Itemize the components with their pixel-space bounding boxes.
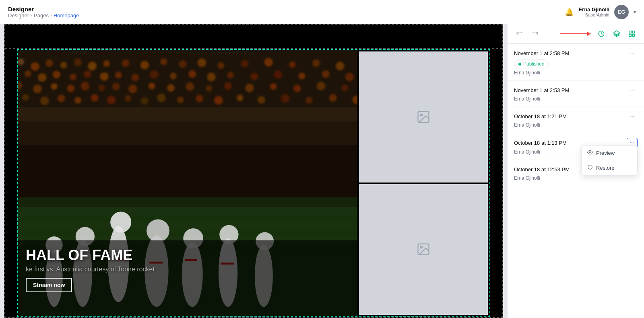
canvas-inner[interactable]: HALL OF FAME ke first vs. Austrialia cou… (17, 49, 490, 317)
thumbnail-1 (359, 51, 488, 183)
svg-point-98 (147, 219, 169, 242)
version-header-1: November 1 at 2:58 PM ··· (514, 49, 638, 57)
svg-point-96 (110, 212, 131, 233)
context-restore-item[interactable]: Restore (582, 160, 637, 175)
version-menu-btn-2[interactable]: ··· (627, 86, 638, 94)
chevron-down-icon[interactable]: ▾ (634, 9, 636, 15)
version-author-3: Erna Gjinolli (514, 122, 638, 128)
header-left: Designer Designer › Pages › Homepage (8, 6, 79, 18)
sidebar-toolbar (508, 24, 644, 44)
layers-icon[interactable] (611, 28, 622, 39)
svg-rect-118 (633, 31, 635, 33)
preview-label: Preview (596, 150, 615, 156)
published-badge: Published (514, 59, 549, 68)
breadcrumb: Designer › Pages › Homepage (8, 12, 79, 18)
version-date-2: November 1 at 2:53 PM (514, 87, 569, 93)
arrow-indicator (545, 33, 592, 34)
published-label: Published (523, 61, 545, 67)
breadcrumb-item-pages[interactable]: Pages (34, 12, 49, 18)
svg-rect-119 (629, 35, 631, 37)
canvas-area: HALL OF FAME ke first vs. Austrialia cou… (0, 24, 507, 318)
svg-rect-117 (629, 31, 631, 33)
app-name: Designer (8, 6, 79, 12)
restore-icon (587, 164, 593, 171)
svg-point-112 (420, 114, 422, 116)
version-entry-1: November 1 at 2:58 PM ··· Published Erna… (508, 44, 644, 81)
version-header-3: October 18 at 1:21 PM ··· (514, 112, 638, 121)
breadcrumb-item-homepage[interactable]: Homepage (54, 12, 79, 18)
user-name: Erna Gjinolli (578, 6, 609, 12)
version-entry-4: October 18 at 1:13 PM ··· Erna Gjinolli … (508, 133, 644, 160)
canvas-outer: HALL OF FAME ke first vs. Austrialia cou… (4, 24, 503, 318)
sidebar: November 1 at 2:58 PM ··· Published Erna… (507, 24, 644, 318)
canvas-top-bar (5, 25, 502, 49)
notification-icon[interactable]: 🔔 (565, 8, 574, 16)
main-layout: HALL OF FAME ke first vs. Austrialia cou… (0, 24, 644, 318)
hero-image-block: HALL OF FAME ke first vs. Austrialia cou… (18, 50, 357, 316)
thumbnails-column (357, 50, 489, 316)
image-placeholder-icon-1 (416, 110, 431, 124)
breadcrumb-sep-1: › (31, 12, 32, 18)
svg-rect-110 (18, 121, 357, 207)
version-list: November 1 at 2:58 PM ··· Published Erna… (508, 44, 644, 318)
user-role: SuperAdmin (585, 12, 609, 17)
undo-button[interactable] (514, 28, 525, 39)
hero-text-overlay: HALL OF FAME ke first vs. Austrialia cou… (26, 247, 349, 292)
image-placeholder-icon-2 (416, 242, 431, 256)
hero-title: HALL OF FAME (26, 247, 349, 263)
user-info: Erna Gjinolli SuperAdmin (578, 6, 609, 17)
version-menu-btn-3[interactable]: ··· (627, 112, 638, 121)
redo-button[interactable] (529, 28, 541, 39)
svg-rect-120 (633, 35, 635, 37)
header: Designer Designer › Pages › Homepage 🔔 E… (0, 0, 644, 24)
svg-point-114 (420, 246, 422, 248)
version-date-3: October 18 at 1:21 PM (514, 113, 567, 119)
thumbnail-2 (359, 184, 488, 315)
context-preview-item[interactable]: Preview (582, 146, 637, 160)
published-dot (518, 63, 521, 66)
avatar[interactable]: EG (614, 5, 629, 19)
version-author-2: Erna Gjinolli (514, 96, 638, 102)
breadcrumb-item-designer[interactable]: Designer (8, 12, 29, 18)
svg-point-121 (589, 152, 591, 153)
history-icon[interactable] (596, 28, 607, 39)
version-author-1: Erna Gjinolli (514, 70, 638, 76)
header-right: 🔔 Erna Gjinolli SuperAdmin EG ▾ (565, 5, 636, 19)
version-date-4: October 18 at 1:13 PM (514, 140, 567, 146)
hero-section: HALL OF FAME ke first vs. Austrialia cou… (18, 50, 489, 316)
version-date-1: November 1 at 2:58 PM (514, 50, 569, 56)
grid-icon[interactable] (626, 28, 638, 39)
svg-rect-86 (18, 50, 357, 107)
version-date-5: October 18 at 12:53 PM (514, 166, 570, 172)
preview-icon (587, 150, 593, 156)
breadcrumb-sep-2: › (50, 12, 52, 18)
hero-subtitle: ke first vs. Austrialia courtesy of Toon… (26, 266, 349, 273)
version-header-2: November 1 at 2:53 PM ··· (514, 86, 638, 94)
svg-rect-88 (18, 216, 357, 221)
version-entry-3: October 18 at 1:21 PM ··· Erna Gjinolli (508, 107, 644, 133)
stream-now-button[interactable]: Stream now (26, 278, 72, 292)
version-author-5: Erna Gjinolli (514, 175, 638, 181)
context-menu: Preview Restore (581, 145, 638, 176)
version-menu-btn-1[interactable]: ··· (627, 49, 638, 57)
restore-label: Restore (596, 165, 615, 171)
version-entry-2: November 1 at 2:53 PM ··· Erna Gjinolli (508, 81, 644, 107)
